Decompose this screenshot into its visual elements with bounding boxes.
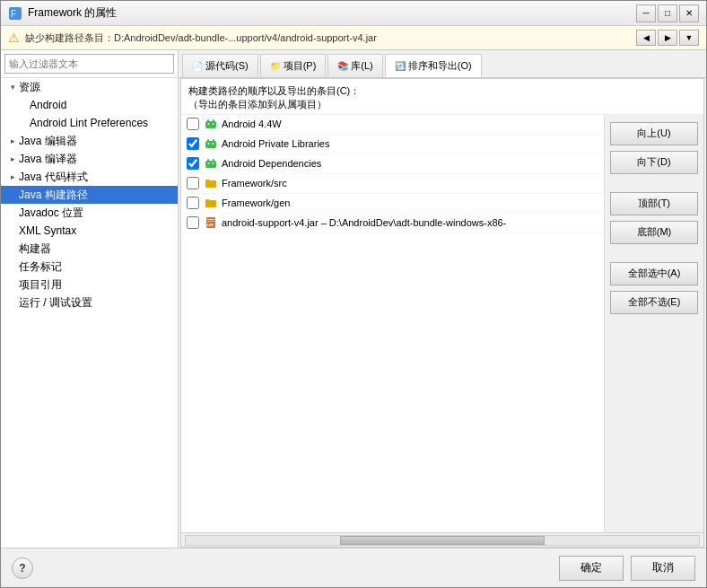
top-button[interactable]: 顶部(T) [610,192,698,215]
svg-rect-7 [205,141,216,148]
window-title: Framework 的属性 [28,5,636,21]
item-label: android-support-v4.jar – D:\AndroidDev\a… [222,217,506,228]
sidebar-item[interactable]: 项目引用 [1,276,178,294]
sidebar-item[interactable]: ▸Java 代码样式 [1,168,178,186]
minimize-button[interactable]: ─ [636,4,656,22]
maximize-button[interactable]: □ [658,4,677,22]
item-checkbox[interactable] [187,216,199,229]
build-list-item[interactable]: Android 4.4W [181,115,604,135]
tree-item-label: 运行 / 调试设置 [19,295,92,311]
sidebar-item[interactable]: XML Syntax [1,222,178,240]
sidebar-item[interactable]: Android [1,96,178,114]
build-list-item[interactable]: Android Private Libraries [181,135,604,154]
item-checkbox[interactable] [187,177,199,189]
tree-expand-icon: ▸ [8,136,17,145]
svg-rect-8 [207,139,209,143]
item-checkbox[interactable] [187,118,199,130]
item-label: Android Private Libraries [222,138,329,149]
bottom-button[interactable]: 底部(M) [610,221,698,244]
svg-rect-4 [213,119,214,123]
android-icon [204,117,218,131]
forward-button[interactable]: ▶ [658,30,677,46]
cancel-button[interactable]: 取消 [631,556,695,581]
up-button[interactable]: 向上(U) [610,122,698,145]
tab-content: 构建类路径的顺序以及导出的条目(C)： （导出的条目添加到从属项目） Andro… [180,78,704,548]
search-box [1,50,178,78]
folder-icon [204,196,218,210]
scrollbar-thumb[interactable] [340,536,546,545]
tab-icon: 📚 [337,61,348,71]
build-list-item[interactable]: Framework/gen [181,194,604,214]
deselect-all-button[interactable]: 全部不选(E) [610,291,698,314]
down-button[interactable]: 向下(D) [610,151,698,174]
tree-item-label: Java 编译器 [19,152,77,167]
tree-item-label: Android Lint Preferences [30,117,148,129]
right-panel: 📄源代码(S)📁项目(P)📚库(L)🔃排序和导出(O) 构建类路径的顺序以及导出… [179,50,706,548]
tree-expand-icon: ▸ [8,154,17,163]
tab-0[interactable]: 📄源代码(S) [182,54,258,77]
folder-icon [204,176,218,190]
tree-expand-icon: ▾ [8,83,17,92]
sidebar-item[interactable]: Javadoc 位置 [1,204,178,222]
item-label: Android Dependencies [222,158,321,169]
item-checkbox[interactable] [187,157,199,170]
sidebar-item[interactable]: Java 构建路径 [1,186,178,204]
build-list: Android 4.4W Android Private Libraries A… [181,115,604,233]
build-list-area[interactable]: Android 4.4W Android Private Libraries A… [181,115,605,532]
tab-label: 排序和导出(O) [408,59,472,73]
search-input[interactable] [4,54,174,74]
svg-point-16 [213,162,214,164]
sidebar-item[interactable]: ▾资源 [1,78,178,96]
build-list-item[interactable]: Framework/src [181,174,604,194]
android-icon [204,156,218,171]
sidebar-item[interactable]: 运行 / 调试设置 [1,294,178,312]
tab-3[interactable]: 🔃排序和导出(O) [385,54,482,77]
select-all-button[interactable]: 全部选中(A) [610,262,698,285]
sidebar-item[interactable]: Android Lint Preferences [1,114,178,132]
confirm-button[interactable]: 确定 [559,556,624,581]
tree-item-label: Android [30,99,66,111]
build-list-item[interactable]: Android Dependencies [181,154,604,174]
tree-item-label: XML Syntax [19,224,76,237]
svg-text:JAR: JAR [206,223,214,227]
content-split: Android 4.4W Android Private Libraries A… [181,115,703,532]
tab-label: 项目(P) [284,59,317,73]
desc-line2: （导出的条目添加到从属项目） [188,98,696,111]
item-checkbox[interactable] [187,137,199,150]
sidebar-item[interactable]: 构建器 [1,240,178,258]
tab-icon: 📄 [192,61,203,71]
tree-item-label: Java 构建路径 [19,188,88,203]
tab-icon: 🔃 [395,61,406,71]
svg-point-10 [208,143,210,145]
sidebar-item[interactable]: ▸Java 编辑器 [1,132,178,150]
sidebar-item[interactable]: ▸Java 编译器 [1,150,178,168]
tree-item-label: Java 编辑器 [19,134,77,149]
horizontal-scrollbar[interactable] [181,532,703,547]
item-checkbox[interactable] [187,197,199,209]
tabs-bar: 📄源代码(S)📁项目(P)📚库(L)🔃排序和导出(O) [179,50,706,78]
close-button[interactable]: ✕ [679,4,699,22]
svg-rect-2 [205,121,216,128]
warning-icon: ⚠ [8,31,20,45]
body-split: ▾资源 Android Android Lint Preferences▸Jav… [1,50,706,548]
tab-label: 源代码(S) [205,59,249,73]
item-label: Framework/src [222,178,287,189]
tab-icon: 📁 [270,61,281,71]
svg-rect-12 [205,161,216,168]
main-content: ⚠ 缺少构建路径条目：D:AndroidDev/adt-bundle-...up… [1,26,706,548]
tab-1[interactable]: 📁项目(P) [260,54,327,77]
back-button[interactable]: ◀ [636,30,656,46]
tree-expand-icon: ▸ [8,172,17,181]
tree-item-label: 资源 [19,80,40,95]
build-list-item[interactable]: JAR android-support-v4.jar – D:\AndroidD… [181,214,604,233]
tab-2[interactable]: 📚库(L) [327,54,382,77]
tree-item-label: Java 代码样式 [19,170,88,185]
item-label: Android 4.4W [222,118,282,129]
sidebar-item[interactable]: 任务标记 [1,258,178,276]
bottom-bar: ? 确定 取消 [1,548,706,587]
svg-text:F: F [11,9,16,19]
svg-rect-18 [207,219,214,220]
nav-dropdown-button[interactable]: ▼ [679,30,699,46]
help-button[interactable]: ? [12,557,33,579]
title-bar-buttons: ─ □ ✕ [636,4,699,22]
